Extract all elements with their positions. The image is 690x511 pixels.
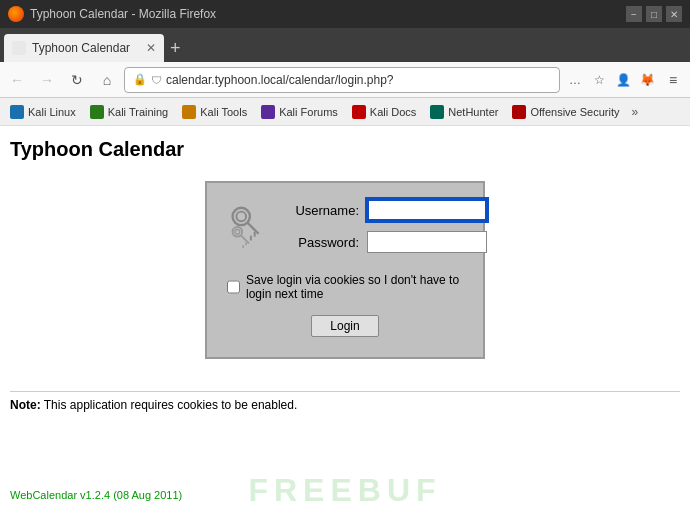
- title-bar-controls: − □ ✕: [626, 6, 682, 22]
- tab-favicon: [12, 41, 26, 55]
- bookmark-nethunter-label: NetHunter: [448, 106, 498, 118]
- note-section: Note: This application requires cookies …: [10, 375, 680, 412]
- tab-bar: Typhoon Calendar ✕ +: [0, 28, 690, 62]
- home-button[interactable]: ⌂: [94, 67, 120, 93]
- bookmarks-overflow-button[interactable]: »: [628, 103, 643, 121]
- login-btn-row: Login: [227, 315, 463, 337]
- bookmark-kali-forums[interactable]: Kali Forums: [255, 103, 344, 121]
- bookmarks-bar: Kali Linux Kali Training Kali Tools Kali…: [0, 98, 690, 126]
- bookmark-kali-docs[interactable]: Kali Docs: [346, 103, 422, 121]
- footer-text: WebCalendar v1.2.4 (08 Aug 2011): [10, 489, 182, 501]
- username-input[interactable]: [367, 199, 487, 221]
- minimize-button[interactable]: −: [626, 6, 642, 22]
- bookmark-kali-training-label: Kali Training: [108, 106, 169, 118]
- back-button[interactable]: ←: [4, 67, 30, 93]
- password-row: Password:: [279, 231, 487, 253]
- svg-rect-0: [14, 43, 24, 53]
- password-input[interactable]: [367, 231, 487, 253]
- menu-button[interactable]: ≡: [660, 67, 686, 93]
- kali-linux-icon: [10, 105, 24, 119]
- kali-tools-icon: [182, 105, 196, 119]
- svg-point-2: [236, 212, 246, 222]
- bookmark-kali-tools[interactable]: Kali Tools: [176, 103, 253, 121]
- forward-button[interactable]: →: [34, 67, 60, 93]
- tab-label: Typhoon Calendar: [32, 41, 140, 55]
- close-button[interactable]: ✕: [666, 6, 682, 22]
- svg-line-3: [247, 222, 259, 234]
- title-bar-left: Typhoon Calendar - Mozilla Firefox: [8, 6, 216, 22]
- remember-me-checkbox[interactable]: [227, 280, 240, 294]
- tab-close-icon[interactable]: ✕: [146, 41, 156, 55]
- firefox-account-button[interactable]: 🦊: [636, 69, 658, 91]
- kali-training-icon: [90, 105, 104, 119]
- bookmark-star-button[interactable]: ☆: [588, 69, 610, 91]
- username-row: Username:: [279, 199, 487, 221]
- login-rows: Username: Password:: [227, 199, 463, 263]
- bookmark-kali-training[interactable]: Kali Training: [84, 103, 175, 121]
- url-bar[interactable]: 🔒 🛡 calendar.typhoon.local/calendar/logi…: [124, 67, 560, 93]
- nav-bar: ← → ↻ ⌂ 🔒 🛡 calendar.typhoon.local/calen…: [0, 62, 690, 98]
- note-bold: Note:: [10, 398, 41, 412]
- bookmark-kali-docs-label: Kali Docs: [370, 106, 416, 118]
- offensive-security-icon: [512, 105, 526, 119]
- password-label: Password:: [279, 235, 359, 250]
- login-fields: Username: Password:: [279, 199, 487, 263]
- page-title: Typhoon Calendar: [10, 138, 680, 161]
- nethunter-icon: [430, 105, 444, 119]
- separator: [10, 391, 680, 392]
- new-tab-button[interactable]: +: [164, 34, 187, 62]
- footer: WebCalendar v1.2.4 (08 Aug 2011): [10, 489, 182, 501]
- shield-icon: 🛡: [151, 74, 162, 86]
- login-button[interactable]: Login: [311, 315, 378, 337]
- refresh-button[interactable]: ↻: [64, 67, 90, 93]
- kali-forums-icon: [261, 105, 275, 119]
- username-label: Username:: [279, 203, 359, 218]
- keys-icon: [227, 203, 267, 256]
- svg-point-6: [233, 227, 243, 237]
- bookmark-kali-linux[interactable]: Kali Linux: [4, 103, 82, 121]
- login-container: Username: Password: Save login via cooki…: [205, 181, 485, 359]
- bookmark-kali-linux-label: Kali Linux: [28, 106, 76, 118]
- bookmark-kali-forums-label: Kali Forums: [279, 106, 338, 118]
- url-domain: calendar.typhoon.local/calendar/login.ph…: [166, 73, 394, 87]
- url-text: calendar.typhoon.local/calendar/login.ph…: [166, 73, 551, 87]
- bookmark-offensive-security-label: Offensive Security: [530, 106, 619, 118]
- lock-icon: 🔒: [133, 73, 147, 86]
- remember-me-label: Save login via cookies so I don't have t…: [246, 273, 463, 301]
- firefox-icon: [8, 6, 24, 22]
- sync-button[interactable]: 👤: [612, 69, 634, 91]
- bookmark-nethunter[interactable]: NetHunter: [424, 103, 504, 121]
- page-content: Typhoon Calendar: [0, 126, 690, 511]
- kali-docs-icon: [352, 105, 366, 119]
- active-tab[interactable]: Typhoon Calendar ✕: [4, 34, 164, 62]
- remember-me-row: Save login via cookies so I don't have t…: [227, 273, 463, 301]
- nav-extras: … ☆ 👤 🦊 ≡: [564, 67, 686, 93]
- note-text: This application requires cookies to be …: [41, 398, 298, 412]
- bookmark-kali-tools-label: Kali Tools: [200, 106, 247, 118]
- title-bar-title: Typhoon Calendar - Mozilla Firefox: [30, 7, 216, 21]
- watermark-text: FREEBUF: [248, 472, 441, 509]
- title-bar: Typhoon Calendar - Mozilla Firefox − □ ✕: [0, 0, 690, 28]
- svg-point-7: [235, 229, 240, 234]
- svg-line-8: [241, 236, 249, 244]
- maximize-button[interactable]: □: [646, 6, 662, 22]
- more-button[interactable]: …: [564, 69, 586, 91]
- bookmark-offensive-security[interactable]: Offensive Security: [506, 103, 625, 121]
